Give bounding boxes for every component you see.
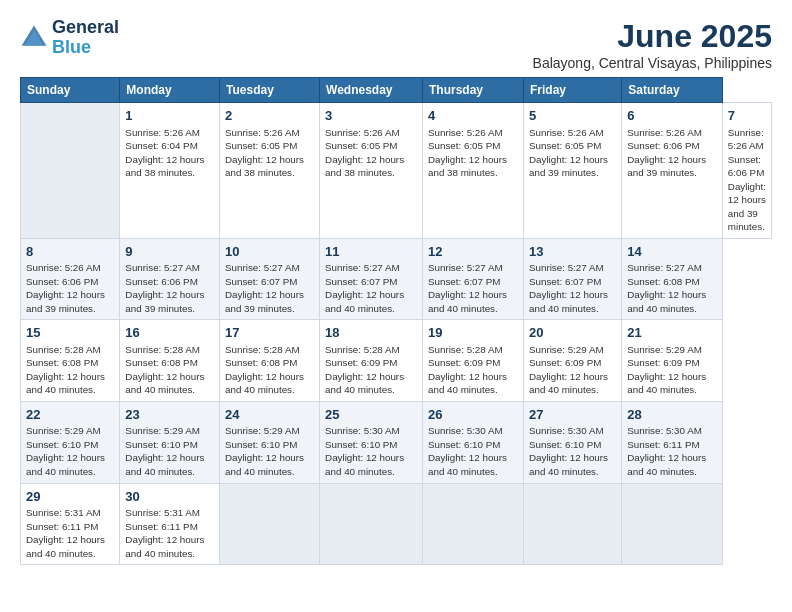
calendar-cell: 15Sunrise: 5:28 AMSunset: 6:08 PMDayligh… [21,320,120,402]
day-number: 17 [225,324,314,342]
calendar-cell: 14Sunrise: 5:27 AMSunset: 6:08 PMDayligh… [622,238,723,320]
header-cell-saturday: Saturday [622,78,723,103]
day-number: 22 [26,406,114,424]
header-cell-friday: Friday [524,78,622,103]
day-number: 2 [225,107,314,125]
day-info: Sunrise: 5:26 AMSunset: 6:04 PMDaylight:… [125,126,214,180]
day-info: Sunrise: 5:26 AMSunset: 6:05 PMDaylight:… [529,126,616,180]
header-cell-wednesday: Wednesday [320,78,423,103]
week-row-2: 8Sunrise: 5:26 AMSunset: 6:06 PMDaylight… [21,238,772,320]
calendar-table: SundayMondayTuesdayWednesdayThursdayFrid… [20,77,772,565]
logo: General Blue [20,18,119,58]
calendar-cell: 1Sunrise: 5:26 AMSunset: 6:04 PMDaylight… [120,103,220,239]
week-row-4: 22Sunrise: 5:29 AMSunset: 6:10 PMDayligh… [21,401,772,483]
day-info: Sunrise: 5:27 AMSunset: 6:06 PMDaylight:… [125,261,214,315]
calendar-cell: 24Sunrise: 5:29 AMSunset: 6:10 PMDayligh… [220,401,320,483]
day-number: 5 [529,107,616,125]
day-number: 1 [125,107,214,125]
calendar-cell: 7Sunrise: 5:26 AMSunset: 6:06 PMDaylight… [722,103,771,239]
day-info: Sunrise: 5:28 AMSunset: 6:09 PMDaylight:… [325,343,417,397]
day-number: 30 [125,488,214,506]
day-number: 15 [26,324,114,342]
calendar-cell [320,483,423,565]
logo-blue: Blue [52,37,91,57]
week-row-5: 29Sunrise: 5:31 AMSunset: 6:11 PMDayligh… [21,483,772,565]
calendar-cell: 12Sunrise: 5:27 AMSunset: 6:07 PMDayligh… [423,238,524,320]
calendar-cell: 30Sunrise: 5:31 AMSunset: 6:11 PMDayligh… [120,483,220,565]
day-info: Sunrise: 5:26 AMSunset: 6:06 PMDaylight:… [728,126,766,234]
calendar-cell: 21Sunrise: 5:29 AMSunset: 6:09 PMDayligh… [622,320,723,402]
day-info: Sunrise: 5:27 AMSunset: 6:07 PMDaylight:… [225,261,314,315]
day-number: 23 [125,406,214,424]
calendar-cell: 17Sunrise: 5:28 AMSunset: 6:08 PMDayligh… [220,320,320,402]
calendar-cell: 9Sunrise: 5:27 AMSunset: 6:06 PMDaylight… [120,238,220,320]
calendar-cell: 27Sunrise: 5:30 AMSunset: 6:10 PMDayligh… [524,401,622,483]
calendar-cell: 10Sunrise: 5:27 AMSunset: 6:07 PMDayligh… [220,238,320,320]
day-info: Sunrise: 5:26 AMSunset: 6:05 PMDaylight:… [325,126,417,180]
page: General Blue June 2025 Balayong, Central… [0,0,792,575]
day-info: Sunrise: 5:31 AMSunset: 6:11 PMDaylight:… [125,506,214,560]
calendar-cell: 2Sunrise: 5:26 AMSunset: 6:05 PMDaylight… [220,103,320,239]
day-info: Sunrise: 5:26 AMSunset: 6:05 PMDaylight:… [225,126,314,180]
day-number: 20 [529,324,616,342]
day-number: 9 [125,243,214,261]
day-number: 12 [428,243,518,261]
header-cell-monday: Monday [120,78,220,103]
calendar-cell: 6Sunrise: 5:26 AMSunset: 6:06 PMDaylight… [622,103,723,239]
day-info: Sunrise: 5:27 AMSunset: 6:08 PMDaylight:… [627,261,717,315]
day-number: 16 [125,324,214,342]
week-row-1: 1Sunrise: 5:26 AMSunset: 6:04 PMDaylight… [21,103,772,239]
day-number: 6 [627,107,717,125]
calendar-cell [423,483,524,565]
day-number: 3 [325,107,417,125]
day-info: Sunrise: 5:29 AMSunset: 6:10 PMDaylight:… [26,424,114,478]
main-title: June 2025 [533,18,772,55]
calendar-cell: 22Sunrise: 5:29 AMSunset: 6:10 PMDayligh… [21,401,120,483]
header-row: General Blue June 2025 Balayong, Central… [20,18,772,71]
calendar-cell [220,483,320,565]
calendar-cell: 23Sunrise: 5:29 AMSunset: 6:10 PMDayligh… [120,401,220,483]
day-info: Sunrise: 5:30 AMSunset: 6:10 PMDaylight:… [529,424,616,478]
logo-general: General [52,18,119,38]
day-info: Sunrise: 5:26 AMSunset: 6:06 PMDaylight:… [26,261,114,315]
day-info: Sunrise: 5:28 AMSunset: 6:09 PMDaylight:… [428,343,518,397]
day-info: Sunrise: 5:31 AMSunset: 6:11 PMDaylight:… [26,506,114,560]
calendar-cell [622,483,723,565]
day-number: 7 [728,107,766,125]
title-block: June 2025 Balayong, Central Visayas, Phi… [533,18,772,71]
day-info: Sunrise: 5:28 AMSunset: 6:08 PMDaylight:… [125,343,214,397]
calendar-cell: 8Sunrise: 5:26 AMSunset: 6:06 PMDaylight… [21,238,120,320]
day-info: Sunrise: 5:29 AMSunset: 6:09 PMDaylight:… [529,343,616,397]
day-number: 27 [529,406,616,424]
day-info: Sunrise: 5:30 AMSunset: 6:10 PMDaylight:… [325,424,417,478]
calendar-cell: 11Sunrise: 5:27 AMSunset: 6:07 PMDayligh… [320,238,423,320]
calendar-header: SundayMondayTuesdayWednesdayThursdayFrid… [21,78,772,103]
day-number: 28 [627,406,717,424]
day-number: 8 [26,243,114,261]
day-info: Sunrise: 5:26 AMSunset: 6:06 PMDaylight:… [627,126,717,180]
header-cell-sunday: Sunday [21,78,120,103]
calendar-cell: 16Sunrise: 5:28 AMSunset: 6:08 PMDayligh… [120,320,220,402]
day-info: Sunrise: 5:27 AMSunset: 6:07 PMDaylight:… [529,261,616,315]
header-cell-thursday: Thursday [423,78,524,103]
calendar-cell: 3Sunrise: 5:26 AMSunset: 6:05 PMDaylight… [320,103,423,239]
day-info: Sunrise: 5:29 AMSunset: 6:09 PMDaylight:… [627,343,717,397]
header-cell-tuesday: Tuesday [220,78,320,103]
day-info: Sunrise: 5:28 AMSunset: 6:08 PMDaylight:… [26,343,114,397]
header-row-days: SundayMondayTuesdayWednesdayThursdayFrid… [21,78,772,103]
logo-icon [20,24,48,52]
calendar-cell [21,103,120,239]
day-number: 29 [26,488,114,506]
calendar-body: 1Sunrise: 5:26 AMSunset: 6:04 PMDaylight… [21,103,772,565]
day-number: 14 [627,243,717,261]
day-info: Sunrise: 5:29 AMSunset: 6:10 PMDaylight:… [225,424,314,478]
day-number: 25 [325,406,417,424]
week-row-3: 15Sunrise: 5:28 AMSunset: 6:08 PMDayligh… [21,320,772,402]
calendar-cell: 18Sunrise: 5:28 AMSunset: 6:09 PMDayligh… [320,320,423,402]
day-number: 19 [428,324,518,342]
day-info: Sunrise: 5:30 AMSunset: 6:11 PMDaylight:… [627,424,717,478]
subtitle: Balayong, Central Visayas, Philippines [533,55,772,71]
calendar-cell: 4Sunrise: 5:26 AMSunset: 6:05 PMDaylight… [423,103,524,239]
calendar-cell: 5Sunrise: 5:26 AMSunset: 6:05 PMDaylight… [524,103,622,239]
calendar-cell: 26Sunrise: 5:30 AMSunset: 6:10 PMDayligh… [423,401,524,483]
